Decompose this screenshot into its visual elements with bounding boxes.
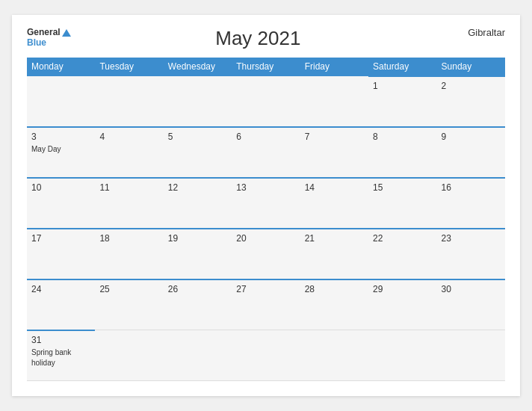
calendar-cell: 27 (232, 279, 300, 330)
day-event: May Day (31, 145, 61, 153)
day-number: 30 (442, 284, 501, 294)
logo: General Blue (27, 27, 71, 49)
calendar-cell: 10 (27, 178, 95, 229)
day-number: 21 (305, 233, 364, 244)
header-thursday: Thursday (232, 58, 300, 76)
day-number: 10 (31, 182, 90, 193)
calendar-cell (95, 76, 163, 127)
header-tuesday: Tuesday (95, 58, 163, 76)
calendar-cell (232, 76, 300, 127)
calendar-cell: 5 (164, 127, 232, 178)
calendar-cell: 11 (95, 178, 163, 229)
day-number: 17 (31, 233, 90, 244)
day-number: 29 (373, 284, 432, 294)
day-number: 13 (236, 182, 295, 193)
header-saturday: Saturday (368, 58, 436, 76)
day-number: 9 (442, 132, 501, 142)
calendar-cell (437, 330, 505, 381)
day-number: 27 (236, 284, 295, 294)
calendar-cell: 7 (300, 127, 368, 178)
calendar-cell (300, 330, 368, 381)
calendar-cell: 26 (164, 279, 232, 330)
calendar-cell: 4 (95, 127, 163, 178)
day-event: Spring bank holiday (31, 348, 71, 367)
region-label: Gibraltar (445, 27, 505, 38)
day-number: 26 (168, 284, 227, 294)
logo-blue-text: Blue (27, 37, 46, 48)
calendar-header: General Blue May 2021 Gibraltar (27, 27, 505, 50)
calendar-row-2: 10111213141516 (27, 178, 505, 229)
logo-general-text: General (27, 27, 61, 37)
calendar-cell: 3May Day (27, 127, 95, 178)
calendar-cell: 29 (368, 279, 436, 330)
calendar-cell: 18 (95, 229, 163, 279)
calendar-cell: 8 (368, 127, 436, 178)
day-number: 16 (442, 182, 501, 193)
day-number: 8 (373, 132, 432, 142)
calendar-cell: 19 (164, 229, 232, 279)
day-number: 3 (31, 132, 90, 142)
header-monday: Monday (27, 58, 95, 76)
day-number: 4 (99, 132, 158, 142)
calendar-grid: Monday Tuesday Wednesday Thursday Friday… (27, 58, 505, 382)
day-number: 5 (168, 132, 227, 142)
calendar-cell: 15 (368, 178, 436, 229)
calendar-cell (95, 330, 163, 381)
weekday-header-row: Monday Tuesday Wednesday Thursday Friday… (27, 58, 505, 76)
header-friday: Friday (300, 58, 368, 76)
calendar-cell: 28 (300, 279, 368, 330)
calendar-cell: 9 (437, 127, 505, 178)
day-number: 25 (99, 284, 158, 294)
day-number: 28 (305, 284, 364, 294)
day-number: 19 (168, 233, 227, 244)
day-number: 22 (373, 233, 432, 244)
day-number: 2 (442, 81, 501, 91)
day-number: 31 (31, 335, 90, 345)
calendar-cell (300, 76, 368, 127)
calendar-cell: 17 (27, 229, 95, 279)
calendar-row-4: 24252627282930 (27, 279, 505, 330)
calendar-cell (368, 330, 436, 381)
header-sunday: Sunday (437, 58, 505, 76)
day-number: 12 (168, 182, 227, 193)
calendar-row-0: 12 (27, 76, 505, 127)
day-number: 18 (99, 233, 158, 244)
calendar-cell: 25 (95, 279, 163, 330)
calendar-cell: 2 (437, 76, 505, 127)
calendar-cell: 16 (437, 178, 505, 229)
calendar-cell: 1 (368, 76, 436, 127)
day-number: 7 (305, 132, 364, 142)
calendar-cell: 22 (368, 229, 436, 279)
calendar-row-1: 3May Day456789 (27, 127, 505, 178)
calendar-cell (164, 76, 232, 127)
day-number: 11 (99, 182, 158, 193)
calendar-cell (27, 76, 95, 127)
calendar-cell: 24 (27, 279, 95, 330)
calendar-cell: 13 (232, 178, 300, 229)
calendar-cell (232, 330, 300, 381)
calendar-cell: 14 (300, 178, 368, 229)
day-number: 20 (236, 233, 295, 244)
header-wednesday: Wednesday (164, 58, 232, 76)
calendar-cell: 31Spring bank holiday (27, 330, 95, 381)
day-number: 14 (305, 182, 364, 193)
day-number: 1 (373, 81, 432, 91)
calendar-container: General Blue May 2021 Gibraltar Monday T… (12, 15, 520, 397)
day-number: 15 (373, 182, 432, 193)
day-number: 24 (31, 284, 90, 294)
calendar-cell: 12 (164, 178, 232, 229)
logo-triangle-icon (62, 29, 71, 37)
day-number: 23 (442, 233, 501, 244)
calendar-cell: 6 (232, 127, 300, 178)
calendar-cell: 23 (437, 229, 505, 279)
calendar-title: May 2021 (71, 27, 445, 50)
calendar-row-3: 17181920212223 (27, 229, 505, 279)
day-number: 6 (236, 132, 295, 142)
calendar-row-5: 31Spring bank holiday (27, 330, 505, 381)
calendar-cell: 30 (437, 279, 505, 330)
calendar-cell: 20 (232, 229, 300, 279)
calendar-cell (164, 330, 232, 381)
calendar-cell: 21 (300, 229, 368, 279)
